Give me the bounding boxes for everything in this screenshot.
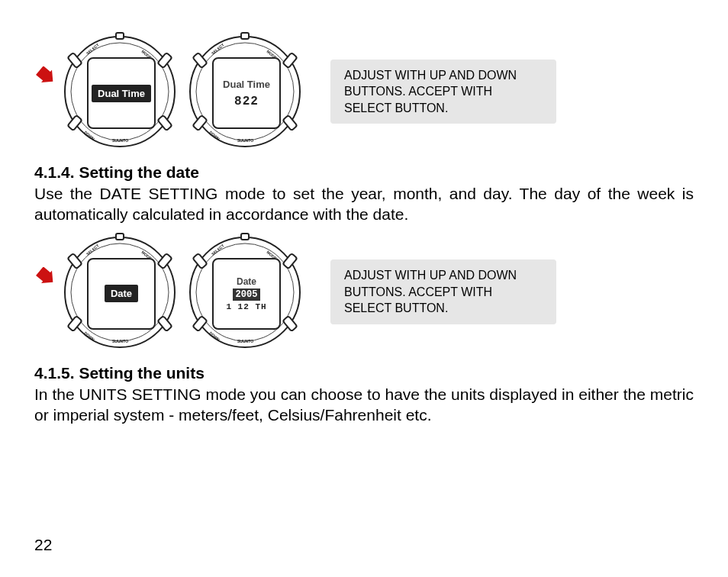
watch-screen: Date 2005 1 12 TH bbox=[212, 258, 281, 330]
screen-year-highlight: 2005 bbox=[233, 288, 261, 301]
section-heading-units: 4.1.5. Setting the units bbox=[34, 364, 694, 382]
svg-text:SUUNTO: SUUNTO bbox=[237, 339, 253, 343]
screen-mode-highlight: Date bbox=[105, 285, 138, 302]
manual-page: SELECT MODE DOWN UP SUUNTO Dual Time bbox=[0, 0, 728, 577]
screen-mode-label: Date bbox=[237, 276, 256, 287]
svg-rect-6 bbox=[116, 33, 124, 39]
page-number: 22 bbox=[34, 536, 52, 554]
watch-diagram: SELECT MODE DOWN UP SUUNTO Date 2005 1 1… bbox=[184, 231, 306, 353]
screen-mode-highlight: Dual Time bbox=[92, 85, 151, 102]
screen-date-sub: 1 12 TH bbox=[226, 302, 266, 311]
watch-diagram: SELECT MODE DOWN UP SUUNTO Dual Time 822 bbox=[184, 31, 306, 153]
figure-row-dual-time: SELECT MODE DOWN UP SUUNTO Dual Time bbox=[34, 31, 694, 153]
svg-rect-25 bbox=[116, 234, 124, 240]
svg-rect-13 bbox=[241, 33, 249, 39]
section-heading-date: 4.1.4. Setting the date bbox=[34, 163, 694, 182]
screen-value: 822 bbox=[234, 95, 259, 108]
watch-screen: Dual Time 822 bbox=[212, 57, 281, 129]
section-body-date: Use the DATE SETTING mode to set the yea… bbox=[34, 183, 694, 225]
svg-text:SUUNTO: SUUNTO bbox=[112, 339, 128, 343]
screen-mode-label: Dual Time bbox=[223, 79, 270, 90]
section-body-units: In the UNITS SETTING mode you can choose… bbox=[34, 384, 694, 426]
figure-row-date: SELECT MODE DOWN UP SUUNTO Date bbox=[34, 231, 694, 353]
action-arrow-icon bbox=[34, 267, 54, 287]
watch-diagram: SELECT MODE DOWN UP SUUNTO Date bbox=[59, 231, 181, 353]
action-arrow-icon bbox=[34, 66, 54, 86]
svg-rect-37 bbox=[241, 234, 249, 240]
svg-text:SUUNTO: SUUNTO bbox=[237, 138, 253, 143]
instruction-callout: ADJUST WITH UP AND DOWN BUTTONS. ACCEPT … bbox=[330, 259, 556, 324]
instruction-callout: ADJUST WITH UP AND DOWN BUTTONS. ACCEPT … bbox=[330, 60, 556, 124]
brand-label: SUUNTO bbox=[112, 138, 128, 143]
watch-diagram: SELECT MODE DOWN UP SUUNTO Dual Time bbox=[59, 31, 181, 153]
watch-screen: Date bbox=[87, 258, 156, 330]
watch-screen: Dual Time bbox=[87, 57, 156, 129]
